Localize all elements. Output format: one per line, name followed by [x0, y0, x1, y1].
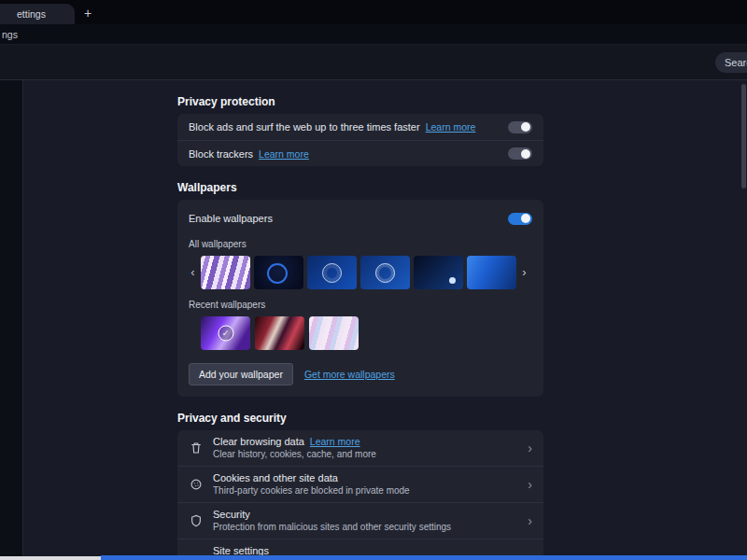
trash-icon: [189, 441, 204, 455]
setting-text: Security Protection from malicious sites…: [213, 509, 518, 533]
recent-wallpapers-row: ✓: [189, 316, 532, 350]
pink-stripes-wallpaper-thumb[interactable]: [309, 316, 359, 350]
add-wallpaper-button[interactable]: Add your wallpaper: [189, 363, 293, 385]
cookies-site-data-row[interactable]: Cookies and other site data Third-party …: [177, 466, 543, 502]
clear-browsing-data-row[interactable]: Clear browsing data Learn more Clear his…: [177, 430, 543, 466]
settings-page-header: Search: [0, 45, 747, 80]
search-settings-input[interactable]: Search: [715, 52, 747, 73]
purple-marble-wallpaper-thumb[interactable]: [201, 256, 250, 289]
purple-swirl-wallpaper-thumb-selected[interactable]: ✓: [201, 316, 250, 350]
setting-subtitle: Protection from malicious sites and othe…: [213, 522, 518, 533]
block-ads-label: Block ads and surf the web up to three t…: [189, 121, 420, 133]
setting-title: Cookies and other site data: [213, 472, 338, 483]
blue-circle-logo-wallpaper-thumb[interactable]: [360, 256, 410, 289]
all-wallpapers-label: All wallpapers: [189, 239, 532, 249]
chevron-right-icon: ›: [528, 478, 532, 491]
address-bar: ngs: [0, 24, 747, 45]
security-row[interactable]: Security Protection from malicious sites…: [177, 502, 543, 539]
tab-bar: ettings +: [0, 0, 747, 24]
toggle-knob: [521, 214, 530, 223]
dark-blue-wallpaper-thumb[interactable]: [414, 256, 463, 289]
setting-subtitle: Clear history, cookies, cache, and more: [213, 449, 518, 460]
setting-text: Clear browsing data Learn more Clear his…: [213, 436, 518, 460]
setting-title: Security: [213, 509, 250, 520]
enable-wallpapers-toggle[interactable]: [508, 213, 532, 225]
privacy-security-card: Clear browsing data Learn more Clear his…: [177, 430, 543, 560]
dark-ring-wallpaper-thumb[interactable]: [254, 256, 303, 289]
enable-wallpapers-label: Enable wallpapers: [189, 213, 273, 224]
privacy-security-heading: Privacy and security: [177, 412, 543, 425]
enable-wallpapers-row: Enable wallpapers: [189, 208, 532, 229]
tab-title: ettings: [0, 8, 46, 20]
setting-text: Cookies and other site data Third-party …: [213, 472, 518, 497]
block-trackers-row: Block trackers Learn more: [177, 140, 543, 166]
selected-check-icon: ✓: [218, 326, 233, 342]
bottom-edge-light-strip: [0, 556, 101, 560]
search-placeholder: Search: [715, 57, 747, 68]
learn-more-link[interactable]: Learn more: [426, 121, 476, 133]
block-ads-row: Block ads and surf the web up to three t…: [177, 114, 543, 140]
carousel-next-icon[interactable]: ›: [520, 256, 529, 289]
settings-content: Privacy protection Block ads and surf th…: [177, 80, 543, 560]
blue-wave-logo-wallpaper-thumb[interactable]: [307, 256, 357, 289]
learn-more-link[interactable]: Learn more: [259, 148, 309, 160]
setting-subtitle: Third-party cookies are blocked in priva…: [213, 485, 518, 497]
privacy-protection-card: Block ads and surf the web up to three t…: [177, 114, 543, 166]
sidebar: [0, 80, 23, 560]
block-trackers-toggle[interactable]: [508, 147, 532, 160]
toggle-knob: [521, 149, 530, 159]
vertical-scrollbar[interactable]: [741, 84, 746, 189]
wallpapers-card: Enable wallpapers All wallpapers ‹ ›: [177, 200, 543, 397]
wallpapers-heading: Wallpapers: [177, 181, 543, 194]
blue-gradient-wallpaper-thumb[interactable]: [467, 256, 516, 289]
bottom-edge-blue-strip: [101, 555, 747, 560]
block-trackers-label: Block trackers: [189, 148, 253, 160]
learn-more-link[interactable]: Learn more: [310, 436, 360, 447]
block-ads-toggle[interactable]: [508, 121, 532, 133]
carousel-prev-icon[interactable]: ‹: [189, 256, 197, 289]
tab-settings[interactable]: ettings: [0, 4, 75, 24]
wallpapers-carousel: ‹ ›: [189, 256, 532, 289]
chevron-right-icon: ›: [528, 441, 532, 455]
privacy-protection-heading: Privacy protection: [177, 95, 543, 108]
wallpaper-actions: Add your wallpaper Get more wallpapers: [189, 363, 532, 385]
shield-icon: [189, 513, 204, 528]
check-glyph: ✓: [222, 329, 230, 338]
new-tab-button[interactable]: +: [78, 5, 97, 21]
red-abstract-wallpaper-thumb[interactable]: [255, 316, 304, 350]
get-more-wallpapers-link[interactable]: Get more wallpapers: [304, 369, 395, 380]
address-text: ngs: [0, 29, 18, 40]
toggle-knob: [521, 122, 530, 132]
cookie-icon: [189, 477, 204, 492]
settings-main: Privacy protection Block ads and surf th…: [0, 80, 747, 560]
chevron-right-icon: ›: [528, 514, 532, 527]
setting-title: Clear browsing data: [213, 436, 304, 447]
recent-wallpapers-label: Recent wallpapers: [189, 300, 532, 310]
browser-window: ettings + ngs Search Privacy protection …: [0, 0, 747, 560]
